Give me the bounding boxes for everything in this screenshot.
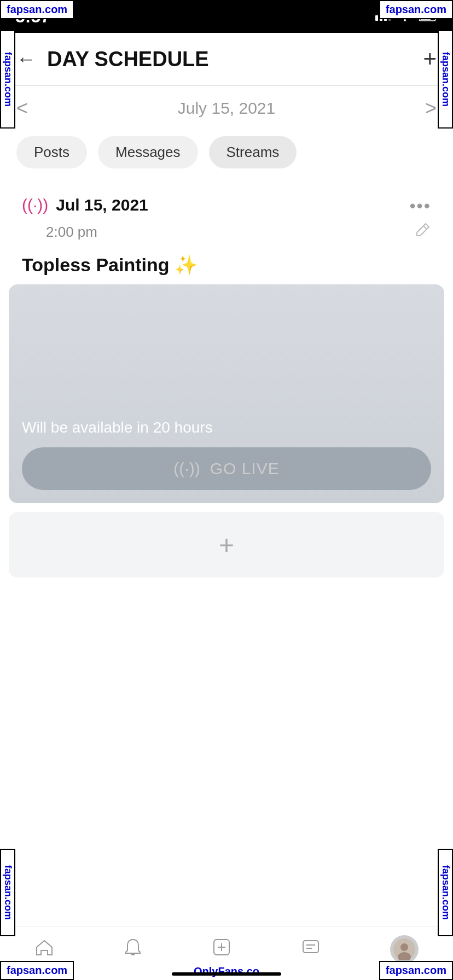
go-live-button[interactable]: ((·)) GO LIVE (22, 447, 431, 490)
create-icon (212, 937, 231, 962)
next-date-button[interactable]: > (425, 97, 437, 120)
add-schedule-button[interactable]: + (423, 46, 437, 72)
stream-date-row: ((·)) Jul 15, 2021 (22, 196, 148, 214)
nav-notifications[interactable] (124, 937, 142, 962)
go-live-label: GO LIVE (210, 459, 280, 478)
tab-streams[interactable]: Streams (209, 136, 297, 168)
live-broadcast-icon: ((·)) (22, 196, 48, 214)
nav-messages[interactable] (301, 937, 321, 962)
stream-card: ((·)) Jul 15, 2021 ••• 2:00 pm Topless P… (9, 185, 444, 276)
stream-time-row: 2:00 pm (9, 221, 444, 248)
side-watermark-bottom-right: fapsan.com (438, 849, 453, 936)
profile-avatar (390, 935, 419, 964)
tab-posts[interactable]: Posts (16, 136, 87, 168)
availability-text: Will be available in 20 hours (22, 419, 431, 436)
stream-time: 2:00 pm (22, 224, 97, 241)
side-watermark-bottom-left: fapsan.com (0, 849, 15, 936)
add-stream-icon: + (219, 530, 234, 560)
bell-icon (124, 937, 142, 962)
current-date: July 15, 2021 (178, 99, 275, 118)
prev-date-button[interactable]: < (16, 97, 28, 120)
watermark-top-right: fapsan.com (379, 0, 453, 19)
header-left: ← DAY SCHEDULE (16, 48, 209, 71)
edit-stream-button[interactable] (414, 221, 431, 243)
home-indicator (172, 972, 281, 976)
stream-card-header: ((·)) Jul 15, 2021 ••• (9, 185, 444, 221)
stream-title: Topless Painting ✨ (9, 248, 444, 276)
watermark-side-right: fapsan.com (438, 30, 453, 129)
nav-home[interactable] (34, 937, 54, 962)
watermark-side-left: fapsan.com (0, 30, 15, 129)
go-live-icon: ((·)) (173, 459, 200, 478)
svg-point-16 (400, 943, 408, 951)
stream-date: Jul 15, 2021 (56, 196, 148, 214)
home-icon (34, 937, 54, 962)
filter-tabs: Posts Messages Streams (0, 131, 453, 179)
sparkle-icon: ✨ (175, 254, 198, 275)
header: ← DAY SCHEDULE + (0, 33, 453, 86)
watermark-bottom-left: fapsan.com (0, 961, 74, 980)
more-options-button[interactable]: ••• (409, 196, 431, 216)
back-button[interactable]: ← (16, 48, 36, 71)
preview-content: Will be available in 20 hours ((·)) GO L… (22, 419, 431, 490)
watermark-bottom-right: fapsan.com (379, 961, 453, 980)
date-navigation: < July 15, 2021 > (0, 86, 453, 131)
watermark-bottom-center: OnlyFans.co (191, 963, 262, 980)
nav-profile[interactable] (390, 935, 419, 964)
svg-point-4 (404, 19, 406, 21)
watermark-top-left: fapsan.com (0, 0, 74, 19)
add-stream-card[interactable]: + (9, 512, 444, 578)
page-title: DAY SCHEDULE (47, 48, 209, 71)
svg-line-8 (423, 226, 427, 229)
svg-rect-12 (303, 941, 318, 953)
stream-preview: Will be available in 20 hours ((·)) GO L… (9, 284, 444, 503)
nav-create[interactable] (212, 937, 231, 962)
svg-rect-0 (375, 15, 378, 21)
messages-icon (301, 937, 321, 962)
tab-messages[interactable]: Messages (98, 136, 198, 168)
